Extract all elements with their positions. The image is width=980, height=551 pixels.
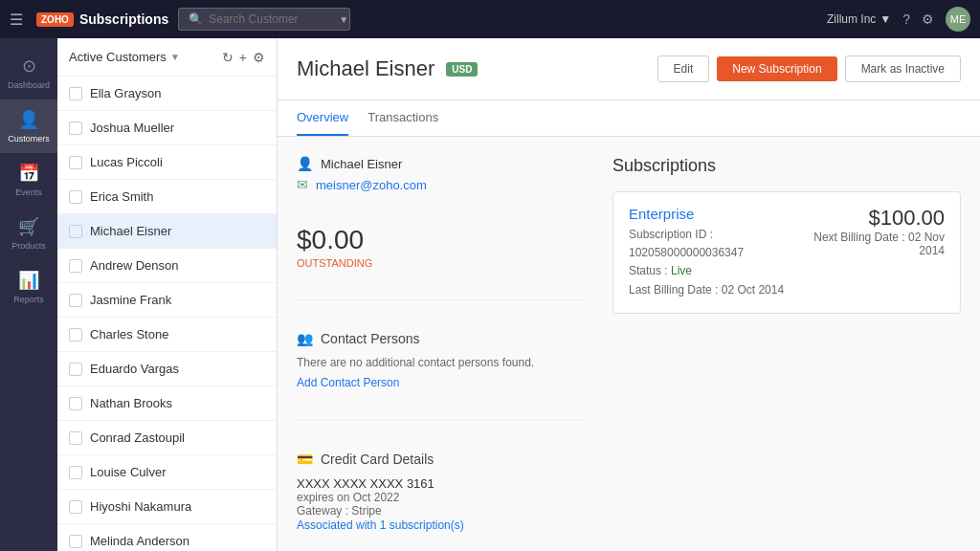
customer-display-name: Michael Eisner (321, 157, 402, 171)
header-buttons: Edit New Subscription Mark as Inactive (657, 55, 961, 82)
customer-checkbox[interactable] (69, 121, 82, 135)
sidebar-item-products[interactable]: 🛒 Products (0, 207, 57, 260)
settings-icon[interactable]: ⚙ (922, 11, 934, 27)
events-icon: 📅 (18, 163, 39, 184)
zoho-brand: ZOHO (36, 12, 74, 27)
contact-icon: 👥 (297, 331, 313, 346)
tab-transactions[interactable]: Transactions (368, 100, 438, 136)
customer-name: Eduardo Vargas (90, 362, 179, 376)
customer-checkbox[interactable] (69, 397, 82, 410)
customer-item[interactable]: Nathan Brooks (57, 386, 277, 421)
org-name-label: Zillum Inc (827, 12, 876, 26)
customer-checkbox[interactable] (69, 190, 82, 204)
active-customers-label: Active Customers ▼ (69, 50, 214, 64)
sidebar-navigation: ⊙ Dashboard 👤 Customers 📅 Events 🛒 Produ… (0, 38, 57, 551)
customer-item[interactable]: Joshua Mueller (57, 111, 277, 145)
customer-item[interactable]: Hiyoshi Nakamura (57, 490, 277, 524)
sidebar-item-reports[interactable]: 📊 Reports (0, 260, 57, 314)
nav-right: Zillum Inc ▼ ? ⚙ ME (827, 7, 970, 32)
last-billing-date: Last Billing Date : 02 Oct 2014 (629, 281, 806, 299)
customer-item[interactable]: Michael Eisner (57, 214, 277, 249)
customer-item[interactable]: Ella Grayson (57, 77, 277, 111)
customer-item[interactable]: Louise Culver (57, 455, 277, 490)
search-input[interactable] (209, 12, 333, 26)
customer-checkbox[interactable] (69, 363, 82, 376)
subscription-name[interactable]: Enterprise (629, 206, 806, 222)
customer-item[interactable]: Andrew Denson (57, 249, 277, 283)
customer-checkbox[interactable] (69, 156, 82, 169)
refresh-icon[interactable]: ↻ (222, 50, 234, 65)
contact-persons-section: 👥 Contact Persons There are no additiona… (297, 331, 584, 389)
customer-name: Charles Stone (90, 327, 168, 342)
customer-list-panel: Active Customers ▼ ↻ + ⚙ Ella Grayson Jo… (57, 38, 278, 551)
contact-section-title: Contact Persons (321, 331, 420, 346)
customer-checkbox[interactable] (69, 225, 82, 238)
add-customer-icon[interactable]: + (239, 50, 247, 65)
card-gateway: Gateway : Stripe (297, 504, 584, 518)
search-icon: 🔍 (189, 12, 203, 26)
customer-checkbox[interactable] (69, 431, 82, 445)
customer-item[interactable]: Charles Stone (57, 318, 277, 352)
customer-checkbox[interactable] (69, 294, 82, 307)
customer-checkbox[interactable] (69, 328, 82, 342)
customer-item[interactable]: Jasmine Frank (57, 283, 277, 318)
content-body: 👤 Michael Eisner ✉ meisner@zoho.com $0.0… (278, 137, 980, 551)
customer-checkbox[interactable] (69, 87, 82, 100)
customer-name: Lucas Piccoli (90, 155, 163, 169)
customer-checkbox[interactable] (69, 535, 82, 548)
add-contact-link[interactable]: Add Contact Person (297, 376, 399, 389)
sidebar-item-events-label: Events (15, 187, 42, 197)
separator-2 (297, 420, 584, 421)
customer-name: Nathan Brooks (90, 396, 172, 410)
active-customers-text: Active Customers (69, 50, 167, 64)
sidebar-item-reports-label: Reports (13, 295, 44, 304)
customer-name: Erica Smith (90, 189, 153, 204)
customer-email[interactable]: meisner@zoho.com (316, 178, 427, 192)
list-settings-icon[interactable]: ⚙ (253, 50, 265, 65)
customer-name: Michael Eisner (90, 224, 171, 238)
balance-section: $0.00 OUTSTANDING (297, 225, 584, 269)
user-avatar[interactable]: ME (946, 7, 970, 32)
sidebar-item-dashboard[interactable]: ⊙ Dashboard (0, 46, 57, 99)
mark-inactive-button[interactable]: Mark as Inactive (845, 55, 961, 82)
app-name: Subscriptions (79, 11, 168, 27)
customer-item[interactable]: Melinda Anderson (57, 524, 277, 551)
reports-icon: 📊 (18, 270, 39, 291)
subscription-left: Enterprise Subscription ID : 10205800000… (629, 206, 806, 299)
help-icon[interactable]: ? (902, 11, 910, 27)
credit-card-title: Credit Card Details (321, 452, 434, 467)
customer-checkbox[interactable] (69, 466, 82, 479)
subscription-right: $100.00 Next Billing Date : 02 Nov 2014 (806, 206, 945, 257)
org-name[interactable]: Zillum Inc ▼ (827, 12, 891, 26)
sidebar-item-events[interactable]: 📅 Events (0, 153, 57, 207)
currency-badge: USD (446, 62, 478, 77)
card-subscription-link[interactable]: Associated with 1 subscription(s) (297, 518, 464, 532)
edit-button[interactable]: Edit (657, 55, 710, 82)
search-box[interactable]: 🔍 ▼ (178, 8, 350, 31)
subscription-amount: $100.00 (806, 206, 945, 231)
org-dropdown-icon[interactable]: ▼ (880, 12, 891, 26)
sidebar-item-customers-label: Customers (8, 134, 50, 143)
customer-checkbox[interactable] (69, 259, 82, 273)
customer-item[interactable]: Conrad Zastoupil (57, 421, 277, 455)
customer-checkbox[interactable] (69, 500, 82, 514)
hamburger-icon[interactable]: ☰ (10, 11, 23, 29)
customer-item[interactable]: Erica Smith (57, 180, 277, 214)
card-expires: expires on Oct 2022 (297, 491, 584, 504)
search-dropdown-icon[interactable]: ▼ (339, 14, 348, 25)
customer-item[interactable]: Lucas Piccoli (57, 145, 277, 180)
main-layout: ⊙ Dashboard 👤 Customers 📅 Events 🛒 Produ… (0, 38, 980, 551)
sidebar-item-customers[interactable]: 👤 Customers (0, 99, 57, 153)
new-subscription-button[interactable]: New Subscription (717, 56, 836, 81)
contact-empty-text: There are no additional contact persons … (297, 356, 584, 369)
subscription-status: Status : Live (629, 262, 806, 280)
balance-amount: $0.00 (297, 225, 584, 255)
tab-overview[interactable]: Overview (297, 100, 348, 136)
customer-item[interactable]: Eduardo Vargas (57, 352, 277, 386)
customer-name: Jasmine Frank (90, 293, 171, 307)
credit-card-header: 💳 Credit Card Details (297, 452, 584, 467)
active-customers-dropdown[interactable]: ▼ (170, 52, 180, 62)
customer-info-section: 👤 Michael Eisner ✉ meisner@zoho.com (297, 156, 584, 198)
status-value: Live (671, 264, 692, 277)
credit-card-icon: 💳 (297, 452, 313, 467)
